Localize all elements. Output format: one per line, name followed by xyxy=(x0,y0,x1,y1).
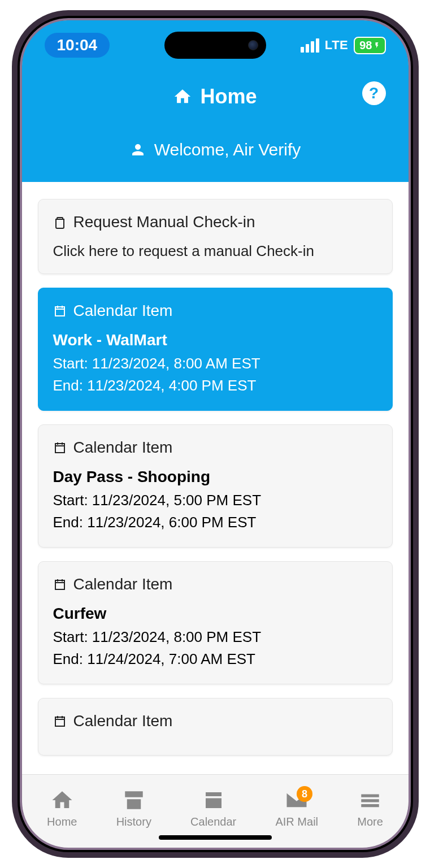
calendar-item-label: Calendar Item xyxy=(73,439,173,457)
bolt-icon xyxy=(373,41,380,50)
calendar-item-title: Work - WalMart xyxy=(53,331,377,349)
tab-label: AIR Mail xyxy=(275,815,318,828)
welcome-row: Welcome, Air Verify xyxy=(33,140,397,159)
calendar-item-label: Calendar Item xyxy=(73,302,173,320)
home-indicator[interactable] xyxy=(159,835,272,840)
request-checkin-card[interactable]: Request Manual Check-in Click here to re… xyxy=(38,199,393,274)
page-title-text: Home xyxy=(200,85,257,108)
calendar-item-title: Curfew xyxy=(53,605,377,623)
notch xyxy=(164,32,266,59)
calendar-item-label: Calendar Item xyxy=(73,712,173,730)
home-icon xyxy=(50,788,74,812)
calendar-item-title: Day Pass - Shooping xyxy=(53,468,377,486)
network-label: LTE xyxy=(325,38,348,53)
calendar-icon xyxy=(53,304,67,318)
calendar-item-end: 11/23/2024, 4:00 PM EST xyxy=(87,377,256,394)
user-icon xyxy=(129,141,146,158)
tab-label: Home xyxy=(47,815,77,828)
checkin-subtitle: Click here to request a manual Check-in xyxy=(53,242,377,260)
checkin-title: Request Manual Check-in xyxy=(73,213,255,231)
tab-history[interactable]: History xyxy=(116,788,151,828)
calendar-icon xyxy=(53,441,67,454)
tab-calendar[interactable]: Calendar xyxy=(190,788,236,828)
calendar-item-card[interactable]: Calendar Item Day Pass - Shooping Start:… xyxy=(38,424,393,548)
camera xyxy=(248,40,258,50)
menu-icon xyxy=(358,788,382,812)
calendar-item-label: Calendar Item xyxy=(73,575,173,593)
app-header: Home ? Welcome, Air Verify xyxy=(22,70,409,182)
calendar-icon xyxy=(53,578,67,591)
home-icon xyxy=(173,87,192,106)
calendar-icon xyxy=(53,714,67,728)
screen: 10:04 LTE 98 Home ? xyxy=(22,20,409,848)
tab-mail[interactable]: 8 AIR Mail xyxy=(275,788,318,828)
battery-indicator: 98 xyxy=(354,37,385,54)
tab-home[interactable]: Home xyxy=(47,788,77,828)
tab-label: Calendar xyxy=(190,815,236,828)
tab-more[interactable]: More xyxy=(357,788,383,828)
calendar-item-card[interactable]: Calendar Item Work - WalMart Start: 11/2… xyxy=(38,288,393,411)
welcome-text: Welcome, Air Verify xyxy=(154,140,301,159)
calendar-icon xyxy=(202,788,225,812)
calendar-item-start: 11/23/2024, 8:00 PM EST xyxy=(92,628,261,645)
help-button[interactable]: ? xyxy=(362,81,386,105)
archive-icon xyxy=(122,788,146,812)
calendar-item-card[interactable]: Calendar Item Curfew Start: 11/23/2024, … xyxy=(38,561,393,684)
mail-badge: 8 xyxy=(297,786,312,802)
calendar-item-end: 11/23/2024, 6:00 PM EST xyxy=(87,514,256,531)
page-title: Home xyxy=(173,85,257,108)
status-time: 10:04 xyxy=(45,33,110,58)
calendar-item-card[interactable]: Calendar Item xyxy=(38,698,393,756)
calendar-item-end: 11/24/2024, 7:00 AM EST xyxy=(87,650,255,667)
battery-level: 98 xyxy=(359,39,372,52)
phone-frame: 10:04 LTE 98 Home ? xyxy=(12,10,419,858)
clipboard-icon xyxy=(53,214,67,230)
calendar-item-start: 11/23/2024, 5:00 PM EST xyxy=(92,492,261,509)
calendar-item-start: 11/23/2024, 8:00 AM EST xyxy=(92,355,260,372)
content-area[interactable]: Request Manual Check-in Click here to re… xyxy=(22,182,409,774)
tab-label: More xyxy=(357,815,383,828)
tab-label: History xyxy=(116,815,151,828)
signal-icon xyxy=(301,38,319,53)
